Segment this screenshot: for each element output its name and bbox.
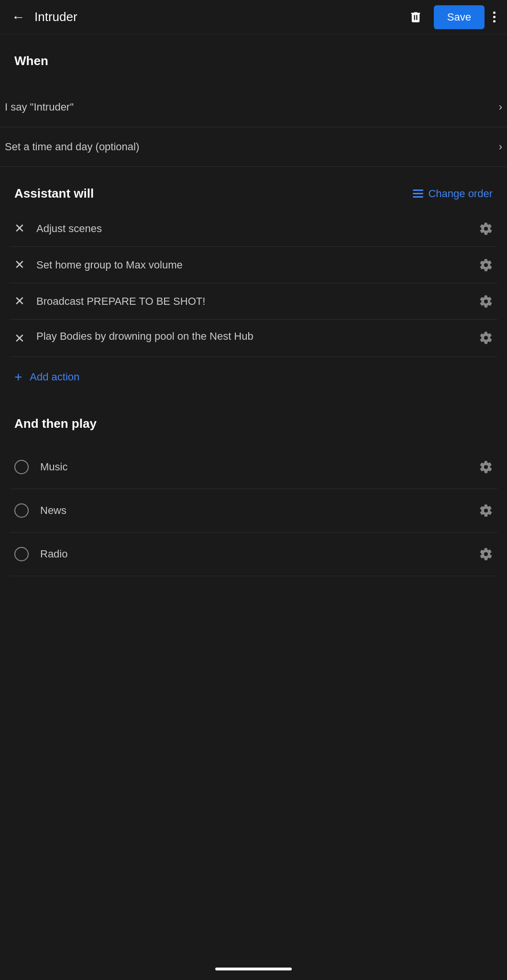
radio-circle-news <box>14 503 29 518</box>
radio-item-music[interactable]: Music <box>10 445 497 489</box>
gear-action-0-button[interactable] <box>479 222 493 235</box>
action-text-3: Play Bodies by drowning pool on the Nest… <box>36 330 479 343</box>
gear-action-1-button[interactable] <box>479 258 493 272</box>
line-2 <box>413 193 423 194</box>
radio-label-radio: Radio <box>40 548 479 560</box>
gear-radio-button[interactable] <box>479 547 493 561</box>
remove-action-1-button[interactable]: ✕ <box>14 257 25 272</box>
lines-icon <box>413 189 423 198</box>
play-title: And then play <box>14 416 493 431</box>
radio-circle-radio <box>14 547 29 561</box>
gear-music-button[interactable] <box>479 460 493 474</box>
dot-1 <box>493 11 496 14</box>
app-header: ← Intruder Save <box>0 0 507 34</box>
home-indicator <box>215 968 292 970</box>
action-item-1: ✕ Set home group to Max volume <box>10 247 497 283</box>
change-order-button[interactable]: Change order <box>413 188 493 200</box>
time-text: Set a time and day (optional) <box>5 141 139 153</box>
line-3 <box>413 196 423 198</box>
remove-action-3-button[interactable]: ✕ <box>14 331 25 346</box>
action-text-1: Set home group to Max volume <box>36 259 479 271</box>
page-title: Intruder <box>34 10 409 24</box>
more-options-button[interactable] <box>493 11 496 22</box>
radio-label-news: News <box>40 504 479 517</box>
radio-item-news[interactable]: News <box>10 489 497 533</box>
save-button[interactable]: Save <box>434 5 485 29</box>
gear-news-button[interactable] <box>479 504 493 517</box>
radio-item-radio[interactable]: Radio <box>10 533 497 576</box>
action-item-2: ✕ Broadcast PREPARE TO BE SHOT! <box>10 283 497 320</box>
gear-action-3-button[interactable] <box>479 331 493 345</box>
remove-action-2-button[interactable]: ✕ <box>14 294 25 309</box>
assistant-section-header: Assistant will Change order <box>0 167 507 211</box>
change-order-label: Change order <box>428 188 493 200</box>
line-1 <box>413 189 423 191</box>
action-text-2: Broadcast PREPARE TO BE SHOT! <box>36 295 479 308</box>
play-section: And then play <box>0 397 507 445</box>
add-action-row[interactable]: + Add action <box>0 357 507 397</box>
dot-3 <box>493 20 496 22</box>
radio-label-music: Music <box>40 461 479 473</box>
time-chevron-icon: › <box>499 141 502 153</box>
when-title: When <box>14 54 493 68</box>
gear-action-2-button[interactable] <box>479 295 493 308</box>
back-button[interactable]: ← <box>11 10 25 25</box>
trigger-row[interactable]: I say "Intruder" › <box>0 88 507 127</box>
radio-list: Music News Radio <box>0 445 507 576</box>
trigger-text: I say "Intruder" <box>5 101 74 113</box>
add-action-label: Add action <box>30 371 79 383</box>
assistant-title: Assistant will <box>14 186 94 201</box>
action-item-0: ✕ Adjust scenes <box>10 211 497 247</box>
remove-action-0-button[interactable]: ✕ <box>14 221 25 236</box>
plus-icon: + <box>14 369 22 385</box>
trigger-chevron-icon: › <box>499 101 502 113</box>
trash-icon <box>409 11 422 24</box>
action-item-3: ✕ Play Bodies by drowning pool on the Ne… <box>10 320 497 357</box>
action-list: ✕ Adjust scenes ✕ Set home group to Max … <box>0 211 507 357</box>
delete-button[interactable] <box>409 11 422 24</box>
action-text-0: Adjust scenes <box>36 223 479 235</box>
when-section: When <box>0 34 507 88</box>
time-row[interactable]: Set a time and day (optional) › <box>0 127 507 167</box>
dot-2 <box>493 16 496 18</box>
radio-circle-music <box>14 460 29 474</box>
